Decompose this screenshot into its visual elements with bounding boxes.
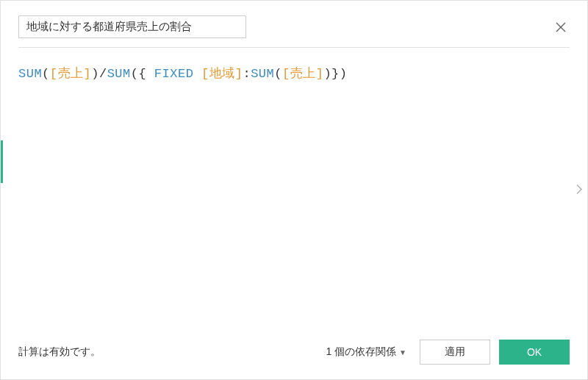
- formula-token: (: [274, 67, 282, 81]
- dialog-header: [1, 1, 587, 47]
- dependencies-dropdown[interactable]: 1 個の依存関係 ▼: [321, 343, 411, 362]
- formula-token: [193, 67, 201, 81]
- formula-token: SUM: [107, 67, 131, 81]
- formula-token: SUM: [18, 67, 42, 81]
- formula-editor[interactable]: SUM([売上])/SUM({ FIXED [地域]:SUM([売上])}): [1, 48, 587, 329]
- caret-down-icon: ▼: [399, 348, 406, 356]
- formula-token: )/: [91, 67, 107, 81]
- calculation-editor-dialog: SUM([売上])/SUM({ FIXED [地域]:SUM([売上])}) 計…: [1, 1, 587, 379]
- chevron-right-icon: [576, 183, 583, 195]
- validation-status: 計算は有効です。: [18, 345, 101, 359]
- close-icon: [555, 21, 567, 33]
- formula-token: [売上]: [50, 67, 91, 81]
- dialog-footer: 計算は有効です。 1 個の依存関係 ▼ 適用 OK: [1, 329, 587, 379]
- formula-token: SUM: [251, 67, 274, 81]
- formula-token: FIXED: [154, 67, 194, 81]
- formula-token: )}): [323, 67, 347, 81]
- formula-token: ({: [131, 67, 154, 81]
- apply-button[interactable]: 適用: [420, 340, 490, 365]
- ok-button[interactable]: OK: [499, 340, 570, 365]
- close-button[interactable]: [552, 18, 570, 36]
- calculation-name-input[interactable]: [18, 15, 246, 38]
- formula-token: [地域]: [201, 67, 243, 81]
- formula-token: [売上]: [282, 67, 323, 81]
- formula-token: :: [243, 67, 251, 81]
- formula-token: (: [42, 67, 50, 81]
- dependencies-label: 1 個の依存関係: [326, 345, 396, 359]
- expand-panel-button[interactable]: [573, 180, 586, 200]
